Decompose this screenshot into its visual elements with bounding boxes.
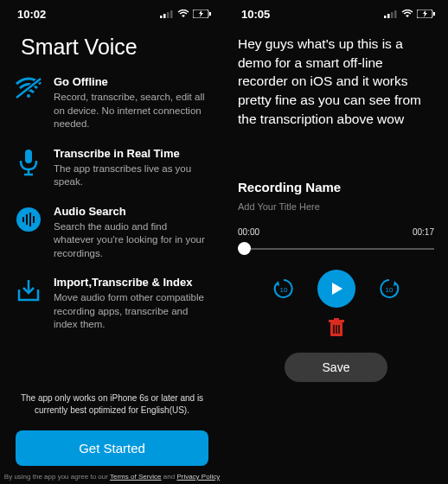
- svg-rect-5: [209, 12, 211, 16]
- legal-prefix: By using the app you agree to our: [4, 473, 110, 481]
- recording-screen: 10:05 Hey guys what's up this is a demo …: [224, 0, 448, 484]
- status-bar: 10:02: [0, 0, 224, 22]
- wifi-icon: [177, 10, 189, 18]
- skip-forward-button[interactable]: 10: [376, 276, 402, 302]
- svg-text:10: 10: [385, 286, 393, 294]
- time-row: 00:00 00:17: [238, 227, 434, 237]
- terms-link[interactable]: Terms of Service: [110, 473, 162, 481]
- time-total: 00:17: [413, 227, 434, 237]
- svg-rect-15: [29, 213, 31, 226]
- status-bar: 10:05: [224, 0, 448, 22]
- feature-body: Move audio form other compatible recordi…: [54, 291, 208, 332]
- svg-rect-23: [433, 12, 435, 16]
- onboarding-screen: 10:02 Smart Voice Go Offline Record, tra…: [0, 0, 224, 484]
- privacy-link[interactable]: Privacy Policy: [176, 473, 220, 481]
- svg-rect-3: [170, 10, 173, 18]
- playback-slider[interactable]: [238, 240, 434, 258]
- legal-text: By using the app you agree to our Terms …: [0, 473, 224, 484]
- compatibility-note: The app only works on iPhone 6s or later…: [0, 392, 224, 417]
- microphone-icon: [14, 147, 43, 189]
- time-current: 00:00: [238, 227, 259, 237]
- recording-name-label: Recording Name: [238, 180, 434, 194]
- svg-rect-2: [167, 12, 170, 18]
- svg-point-6: [27, 94, 30, 98]
- svg-rect-1: [163, 14, 166, 18]
- save-button[interactable]: Save: [285, 353, 388, 382]
- status-time: 10:05: [241, 8, 270, 21]
- battery-icon: [417, 10, 436, 18]
- svg-rect-18: [384, 16, 387, 18]
- slider-thumb[interactable]: [238, 242, 251, 255]
- feature-item: Transcribe in Real Time The app transcri…: [14, 147, 208, 189]
- svg-rect-21: [394, 10, 397, 18]
- svg-point-12: [16, 207, 41, 232]
- signal-icon: [160, 10, 174, 18]
- svg-rect-14: [26, 214, 28, 225]
- play-button[interactable]: [317, 270, 355, 308]
- feature-heading: Audio Search: [54, 205, 208, 218]
- recording-name-input[interactable]: [238, 201, 434, 212]
- svg-rect-28: [334, 318, 339, 320]
- wifi-off-icon: [14, 75, 43, 131]
- legal-and: and: [162, 473, 177, 481]
- svg-rect-20: [391, 12, 394, 18]
- get-started-button[interactable]: Get Started: [16, 430, 208, 466]
- svg-rect-19: [387, 14, 390, 18]
- feature-list: Go Offline Record, transcribe, search, e…: [0, 75, 224, 392]
- svg-rect-16: [33, 216, 35, 223]
- signal-icon: [384, 10, 398, 18]
- skip-back-button[interactable]: 10: [271, 276, 297, 302]
- feature-heading: Go Offline: [54, 75, 208, 88]
- status-icons: [160, 10, 212, 18]
- feature-heading: Transcribe in Real Time: [54, 147, 208, 160]
- play-icon: [329, 281, 344, 296]
- status-icons: [384, 10, 436, 18]
- feature-body: Record, transcribe, search, edit all on …: [54, 91, 208, 131]
- svg-rect-27: [329, 320, 344, 322]
- audio-search-icon: [14, 205, 43, 261]
- feature-body: The app transcribes live as you speak.: [54, 162, 208, 189]
- svg-text:10: 10: [279, 286, 287, 294]
- feature-body: Search the audio and find whatever you'r…: [54, 220, 208, 261]
- feature-heading: Import,Transcribe & Index: [54, 276, 208, 289]
- feature-item: Import,Transcribe & Index Move audio for…: [14, 276, 208, 332]
- trash-icon: [328, 318, 345, 337]
- feature-item: Go Offline Record, transcribe, search, e…: [14, 75, 208, 131]
- wifi-icon: [401, 10, 413, 18]
- transcript-text: Hey guys what's up this is a demo for a …: [224, 22, 448, 128]
- delete-button[interactable]: [328, 318, 345, 341]
- svg-rect-9: [25, 150, 32, 163]
- svg-rect-13: [22, 217, 24, 222]
- app-title: Smart Voice: [21, 35, 224, 60]
- svg-rect-0: [160, 16, 163, 18]
- import-icon: [14, 276, 43, 332]
- feature-item: Audio Search Search the audio and find w…: [14, 205, 208, 261]
- battery-icon: [193, 10, 212, 18]
- status-time: 10:02: [17, 8, 46, 21]
